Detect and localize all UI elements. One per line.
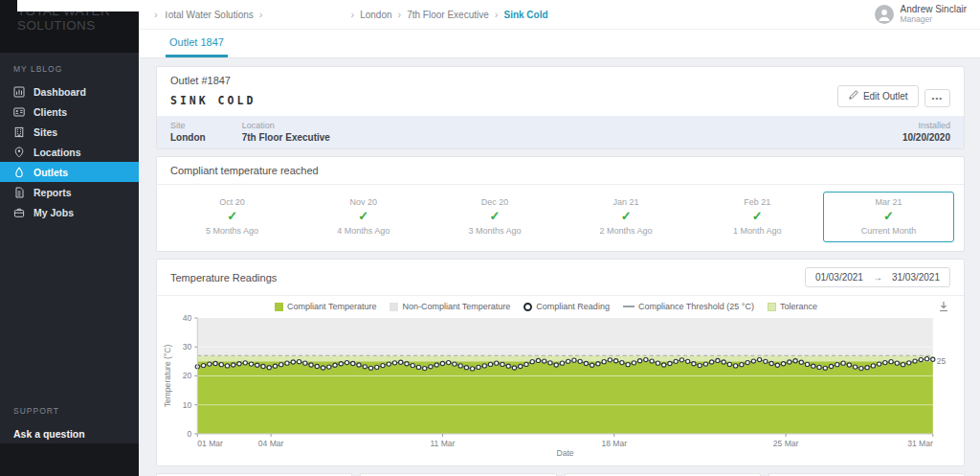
support-section-label: SUPPORT [0,406,139,416]
myjobs-icon [13,207,25,218]
temperature-chart[interactable]: 01020304001 Mar04 Mar11 Mar18 Mar25 Mar3… [161,313,958,458]
brand-line2: SOLUTIONS [17,19,139,34]
sidebar-item-reports[interactable]: Reports [0,182,139,202]
sidebar-item-label: My Jobs [33,207,74,218]
breadcrumb-item[interactable]: Total Water Solutions [164,10,254,20]
sidebar-item-my-jobs[interactable]: My Jobs [0,202,139,222]
svg-text:31 Mar: 31 Mar [907,439,933,448]
dashboard-icon [13,86,25,98]
check-icon: ✓ [167,209,297,223]
more-options-button[interactable]: ••• [924,89,950,107]
chevron-separator-icon: › [398,9,402,20]
date-to: 31/03/2021 [892,272,940,283]
support-section: SUPPORT Ask a question [0,406,139,440]
user-role: Manager [901,15,967,25]
sidebar-item-label: Reports [33,187,72,198]
site-value: London [170,132,206,143]
date-from: 01/03/2021 [815,272,863,283]
compliance-month: Dec 20 ✓ 3 Months Ago [429,192,560,242]
chevron-separator-icon: › [350,9,354,20]
sidebar-items: Dashboard Clients Sites Locations Outlet… [0,81,139,222]
sidebar-item-label: Outlets [33,167,68,178]
breadcrumb-item[interactable]: 7th Floor Executive [407,10,489,20]
edit-outlet-button[interactable]: Edit Outlet [837,85,919,107]
sidebar: TOTAL WATER SOLUTIONS MY LBLOG Dashboard… [0,0,139,476]
svg-text:25 Mar: 25 Mar [773,439,799,448]
arrow-right-icon: → [873,272,882,283]
svg-text:10: 10 [183,400,192,410]
avatar-icon [875,5,894,24]
svg-text:20: 20 [183,371,192,380]
legend-item: Tolerance [768,302,817,311]
user-menu[interactable]: Andrew Sinclair Manager [875,4,967,24]
legend-item: Compliant Reading [523,302,610,311]
sidebar-section-label: MY LBLOG [0,64,139,81]
svg-text:04 Mar: 04 Mar [258,439,284,448]
compliance-month: Oct 20 ✓ 5 Months Ago [167,192,298,242]
breadcrumb-item[interactable]: Sink Cold [503,10,547,20]
locations-icon [13,147,25,158]
sidebar-item-outlets[interactable]: Outlets [0,162,139,182]
breadcrumb-item[interactable]: London [360,10,391,20]
check-icon: ✓ [562,209,691,223]
sidebar-item-label: Clients [33,106,67,118]
temperature-chart-container: 01020304001 Mar04 Mar11 Mar18 Mar25 Mar3… [157,313,964,465]
pencil-icon [848,90,858,102]
reports-icon [13,187,25,198]
outlet-card: Outlet #1847 SINK COLD Edit Outlet ••• S… [156,66,965,149]
date-range-picker[interactable]: 01/03/2021 → 31/03/2021 [805,267,950,287]
sidebar-item-dashboard[interactable]: Dashboard [0,81,139,102]
check-icon: ✓ [693,209,822,223]
breadcrumb-site: › London [345,9,391,20]
installed-value: 10/20/2020 [902,132,950,143]
chevron-separator-icon: › [495,9,499,20]
temperature-readings-card: Temperature Readings 01/03/2021 → 31/03/… [156,259,965,466]
compliance-months: Oct 20 ✓ 5 Months Ago Nov 20 ✓ 4 Months … [157,185,964,251]
outlet-id: Outlet #1847 [170,75,256,86]
outlets-icon [13,167,25,178]
svg-text:11 Mar: 11 Mar [430,439,455,448]
tab-bar: Outlet 1847 [139,30,980,58]
breadcrumb-location: › 7th Floor Executive [392,9,489,20]
tab-outlet-1847[interactable]: Outlet 1847 [166,30,228,57]
breadcrumb-client: › [254,9,345,20]
outlet-info-strip: Site London Location 7th Floor Executive… [157,116,964,148]
breadcrumb: › Total Water Solutions › › London › 7th… [148,9,548,20]
legend-item: Compliance Threshold (25 °C) [623,302,754,311]
sites-icon [13,126,25,138]
readings-card-title: Temperature Readings [170,272,277,283]
svg-text:01 Mar: 01 Mar [197,439,223,448]
installed-label: Installed [902,121,950,130]
svg-text:Temperature (°C): Temperature (°C) [163,344,172,407]
compliance-card-title: Compliant temperature reached [170,165,319,176]
svg-text:Date: Date [557,448,574,458]
top-bar: › Total Water Solutions › › London › 7th… [139,0,980,30]
breadcrumb-outlet: › Sink Cold [489,9,548,20]
sidebar-item-label: Locations [33,147,81,158]
svg-text:0: 0 [187,429,191,439]
site-label: Site [170,121,206,130]
main-area: › Total Water Solutions › › London › 7th… [139,0,980,476]
legend-item: Compliant Temperature [275,302,376,311]
compliance-month: Mar 21 ✓ Current Month [823,192,954,242]
svg-text:30: 30 [183,342,192,351]
check-icon: ✓ [430,209,559,223]
compliance-month: Jan 21 ✓ 2 Months Ago [561,192,692,242]
download-icon[interactable] [937,300,950,313]
sidebar-item-locations[interactable]: Locations [0,142,139,162]
svg-text:18 Mar: 18 Mar [601,439,627,448]
sidebar-item-label: Dashboard [33,86,86,98]
compliance-card: Compliant temperature reached Oct 20 ✓ 5… [156,156,965,252]
svg-text:25: 25 [937,356,947,366]
sidebar-item-sites[interactable]: Sites [0,122,139,142]
sidebar-bottom-strip [0,443,139,476]
svg-text:40: 40 [183,313,192,323]
ask-a-question-link[interactable]: Ask a question [0,428,139,440]
location-label: Location [242,121,330,130]
clients-icon [13,106,25,118]
sidebar-item-label: Sites [33,126,57,138]
check-icon: ✓ [824,209,953,223]
sidebar-item-clients[interactable]: Clients [0,102,139,122]
redacted-logo-overlay [17,0,172,11]
legend-item: Non-Compliant Temperature [390,302,510,311]
